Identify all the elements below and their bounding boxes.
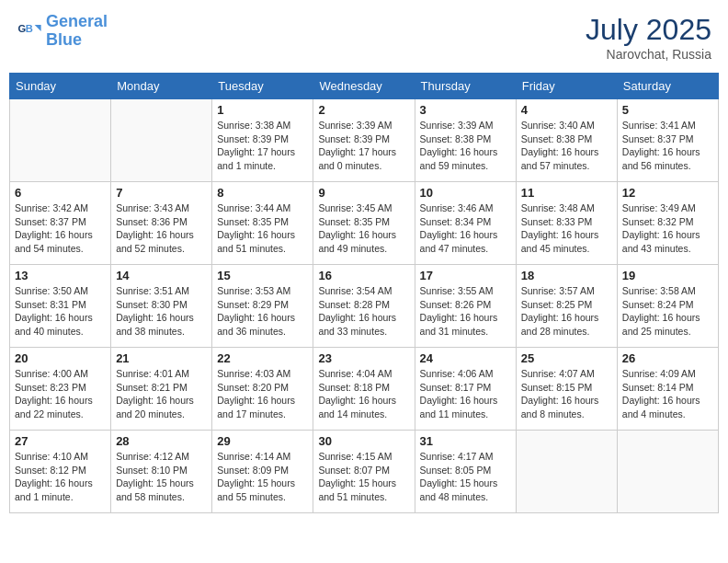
page-header: G B General Blue July 2025 Narovchat, Ru… bbox=[9, 9, 719, 65]
day-info: Sunrise: 3:58 AMSunset: 8:24 PMDaylight:… bbox=[622, 284, 713, 339]
day-info: Sunrise: 3:46 AMSunset: 8:34 PMDaylight:… bbox=[420, 201, 511, 256]
calendar-cell: 13Sunrise: 3:50 AMSunset: 8:31 PMDayligh… bbox=[10, 265, 111, 348]
day-info: Sunrise: 4:00 AMSunset: 8:23 PMDaylight:… bbox=[15, 367, 106, 421]
day-number: 3 bbox=[420, 103, 511, 117]
calendar-cell: 27Sunrise: 4:10 AMSunset: 8:12 PMDayligh… bbox=[10, 431, 111, 513]
title-block: July 2025 Narovchat, Russia bbox=[586, 13, 711, 62]
day-number: 19 bbox=[622, 269, 713, 282]
calendar-cell: 20Sunrise: 4:00 AMSunset: 8:23 PMDayligh… bbox=[10, 348, 111, 431]
calendar-cell: 1Sunrise: 3:38 AMSunset: 8:39 PMDaylight… bbox=[212, 99, 313, 182]
day-number: 20 bbox=[15, 351, 106, 365]
calendar-cell: 5Sunrise: 3:41 AMSunset: 8:37 PMDaylight… bbox=[617, 99, 718, 182]
day-info: Sunrise: 3:51 AMSunset: 8:30 PMDaylight:… bbox=[116, 284, 207, 339]
day-number: 14 bbox=[116, 269, 207, 282]
day-number: 27 bbox=[15, 434, 106, 448]
day-number: 11 bbox=[521, 186, 612, 200]
day-info: Sunrise: 3:41 AMSunset: 8:37 PMDaylight:… bbox=[622, 119, 713, 173]
day-number: 4 bbox=[521, 103, 612, 117]
logo-blue: Blue bbox=[46, 30, 82, 49]
calendar-cell: 4Sunrise: 3:40 AMSunset: 8:38 PMDaylight… bbox=[516, 99, 617, 182]
calendar-cell: 2Sunrise: 3:39 AMSunset: 8:39 PMDaylight… bbox=[313, 99, 415, 182]
calendar-cell: 7Sunrise: 3:43 AMSunset: 8:36 PMDaylight… bbox=[111, 182, 212, 265]
week-row-3: 13Sunrise: 3:50 AMSunset: 8:31 PMDayligh… bbox=[10, 265, 719, 348]
day-number: 5 bbox=[622, 103, 713, 117]
calendar-cell: 11Sunrise: 3:48 AMSunset: 8:33 PMDayligh… bbox=[516, 182, 617, 265]
day-number: 29 bbox=[217, 434, 308, 448]
day-number: 8 bbox=[217, 186, 308, 200]
day-info: Sunrise: 4:01 AMSunset: 8:21 PMDaylight:… bbox=[116, 367, 207, 421]
day-info: Sunrise: 4:12 AMSunset: 8:10 PMDaylight:… bbox=[116, 450, 207, 504]
day-number: 9 bbox=[318, 186, 409, 200]
day-number: 1 bbox=[217, 103, 308, 117]
day-info: Sunrise: 3:49 AMSunset: 8:32 PMDaylight:… bbox=[622, 201, 713, 256]
calendar-cell: 26Sunrise: 4:09 AMSunset: 8:14 PMDayligh… bbox=[617, 348, 718, 431]
calendar-cell: 9Sunrise: 3:45 AMSunset: 8:35 PMDaylight… bbox=[313, 182, 415, 265]
day-number: 2 bbox=[318, 103, 409, 117]
calendar-cell: 17Sunrise: 3:55 AMSunset: 8:26 PMDayligh… bbox=[415, 265, 516, 348]
day-info: Sunrise: 3:50 AMSunset: 8:31 PMDaylight:… bbox=[15, 284, 106, 339]
day-header-wednesday: Wednesday bbox=[313, 74, 415, 99]
day-header-tuesday: Tuesday bbox=[212, 74, 313, 99]
header-row: SundayMondayTuesdayWednesdayThursdayFrid… bbox=[10, 74, 719, 99]
calendar-cell: 28Sunrise: 4:12 AMSunset: 8:10 PMDayligh… bbox=[111, 431, 212, 513]
day-info: Sunrise: 3:45 AMSunset: 8:35 PMDaylight:… bbox=[318, 201, 409, 256]
calendar-cell: 15Sunrise: 3:53 AMSunset: 8:29 PMDayligh… bbox=[212, 265, 313, 348]
day-info: Sunrise: 4:06 AMSunset: 8:17 PMDaylight:… bbox=[420, 367, 511, 421]
calendar-cell: 30Sunrise: 4:15 AMSunset: 8:07 PMDayligh… bbox=[313, 431, 415, 513]
day-number: 23 bbox=[318, 351, 409, 365]
day-number: 24 bbox=[420, 351, 511, 365]
calendar-cell: 16Sunrise: 3:54 AMSunset: 8:28 PMDayligh… bbox=[313, 265, 415, 348]
week-row-2: 6Sunrise: 3:42 AMSunset: 8:37 PMDaylight… bbox=[10, 182, 719, 265]
day-info: Sunrise: 3:55 AMSunset: 8:26 PMDaylight:… bbox=[420, 284, 511, 339]
day-header-monday: Monday bbox=[111, 74, 212, 99]
day-info: Sunrise: 3:44 AMSunset: 8:35 PMDaylight:… bbox=[217, 201, 308, 256]
calendar-cell: 12Sunrise: 3:49 AMSunset: 8:32 PMDayligh… bbox=[617, 182, 718, 265]
week-row-1: 1Sunrise: 3:38 AMSunset: 8:39 PMDaylight… bbox=[10, 99, 719, 182]
day-info: Sunrise: 3:42 AMSunset: 8:37 PMDaylight:… bbox=[15, 201, 106, 256]
day-number: 15 bbox=[217, 269, 308, 282]
location: Narovchat, Russia bbox=[586, 47, 711, 62]
day-info: Sunrise: 3:43 AMSunset: 8:36 PMDaylight:… bbox=[116, 201, 207, 256]
week-row-4: 20Sunrise: 4:00 AMSunset: 8:23 PMDayligh… bbox=[10, 348, 719, 431]
day-number: 21 bbox=[116, 351, 207, 365]
day-info: Sunrise: 4:03 AMSunset: 8:20 PMDaylight:… bbox=[217, 367, 308, 421]
logo-icon: G B bbox=[17, 18, 42, 44]
day-number: 10 bbox=[420, 186, 511, 200]
day-info: Sunrise: 3:53 AMSunset: 8:29 PMDaylight:… bbox=[217, 284, 308, 339]
calendar-cell: 23Sunrise: 4:04 AMSunset: 8:18 PMDayligh… bbox=[313, 348, 415, 431]
day-info: Sunrise: 3:57 AMSunset: 8:25 PMDaylight:… bbox=[521, 284, 612, 339]
day-number: 31 bbox=[420, 434, 511, 448]
calendar-cell bbox=[617, 431, 718, 513]
day-info: Sunrise: 3:40 AMSunset: 8:38 PMDaylight:… bbox=[521, 119, 612, 173]
calendar-cell: 21Sunrise: 4:01 AMSunset: 8:21 PMDayligh… bbox=[111, 348, 212, 431]
day-number: 28 bbox=[116, 434, 207, 448]
week-row-5: 27Sunrise: 4:10 AMSunset: 8:12 PMDayligh… bbox=[10, 431, 719, 513]
calendar-cell: 8Sunrise: 3:44 AMSunset: 8:35 PMDaylight… bbox=[212, 182, 313, 265]
calendar-cell: 14Sunrise: 3:51 AMSunset: 8:30 PMDayligh… bbox=[111, 265, 212, 348]
calendar-cell: 10Sunrise: 3:46 AMSunset: 8:34 PMDayligh… bbox=[415, 182, 516, 265]
day-info: Sunrise: 4:17 AMSunset: 8:05 PMDaylight:… bbox=[420, 450, 511, 504]
calendar-cell: 6Sunrise: 3:42 AMSunset: 8:37 PMDaylight… bbox=[10, 182, 111, 265]
day-header-saturday: Saturday bbox=[617, 74, 718, 99]
day-header-sunday: Sunday bbox=[10, 74, 111, 99]
calendar-cell: 25Sunrise: 4:07 AMSunset: 8:15 PMDayligh… bbox=[516, 348, 617, 431]
day-number: 7 bbox=[116, 186, 207, 200]
day-header-friday: Friday bbox=[516, 74, 617, 99]
day-info: Sunrise: 4:07 AMSunset: 8:15 PMDaylight:… bbox=[521, 367, 612, 421]
day-number: 13 bbox=[15, 269, 106, 282]
day-info: Sunrise: 3:39 AMSunset: 8:38 PMDaylight:… bbox=[420, 119, 511, 173]
day-number: 25 bbox=[521, 351, 612, 365]
day-info: Sunrise: 3:48 AMSunset: 8:33 PMDaylight:… bbox=[521, 201, 612, 256]
calendar-cell: 31Sunrise: 4:17 AMSunset: 8:05 PMDayligh… bbox=[415, 431, 516, 513]
day-number: 18 bbox=[521, 269, 612, 282]
day-header-thursday: Thursday bbox=[415, 74, 516, 99]
calendar-cell bbox=[516, 431, 617, 513]
calendar-cell: 22Sunrise: 4:03 AMSunset: 8:20 PMDayligh… bbox=[212, 348, 313, 431]
day-number: 17 bbox=[420, 269, 511, 282]
day-info: Sunrise: 4:09 AMSunset: 8:14 PMDaylight:… bbox=[622, 367, 713, 421]
calendar-cell: 18Sunrise: 3:57 AMSunset: 8:25 PMDayligh… bbox=[516, 265, 617, 348]
logo: G B General Blue bbox=[17, 13, 108, 50]
svg-marker-2 bbox=[35, 25, 41, 31]
day-info: Sunrise: 4:15 AMSunset: 8:07 PMDaylight:… bbox=[318, 450, 409, 504]
day-number: 6 bbox=[15, 186, 106, 200]
